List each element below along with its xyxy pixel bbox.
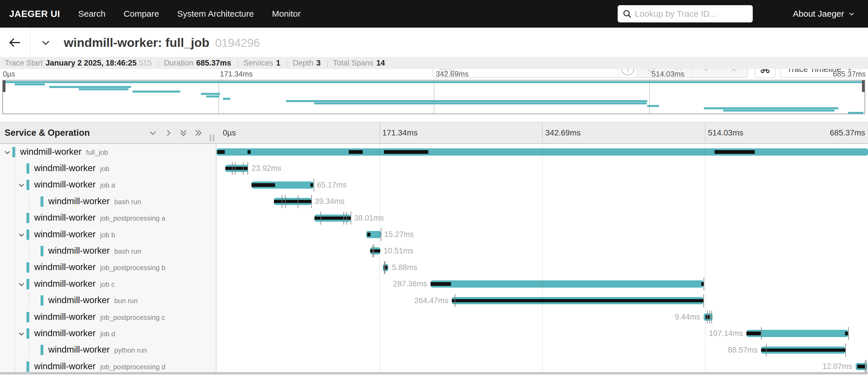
row-chevron-down-icon[interactable] [18,280,25,288]
span-name-cell[interactable]: windmill-workerbun run [0,292,216,309]
span-timeline-cell[interactable]: 12.07ms [216,358,868,373]
span-row[interactable]: windmill-workerjob_postprocessing c9.44m… [0,309,868,325]
span-bar[interactable] [225,165,248,172]
span-row[interactable]: windmill-workerjob_postprocessing d12.07… [0,358,868,373]
span-timeline-cell[interactable]: 15.27ms [216,226,868,243]
minimap-span-bar [15,83,45,85]
span-timeline-cell[interactable]: 9.44ms [216,309,868,325]
nav-item-compare[interactable]: Compare [124,9,159,19]
span-timeline-cell[interactable]: 39.34ms [216,193,868,210]
collapse-one-button[interactable] [148,128,157,138]
span-row[interactable]: windmill-workerjob23.92ms [0,160,868,177]
minimap-span-bar [49,86,131,88]
span-name-cell[interactable]: windmill-workerpython run [0,342,216,358]
span-timeline-cell[interactable]: 88.57ms [216,342,868,358]
span-bar[interactable] [452,297,703,304]
row-chevron-down-icon[interactable] [18,231,25,239]
span-name-cell[interactable]: windmill-workerjob_postprocessing b [0,259,216,276]
minimap-right-scrubber[interactable] [862,81,865,92]
nav-item-monitor[interactable]: Monitor [272,9,301,19]
span-self-time-segment [857,365,865,368]
span-bar[interactable] [216,148,868,155]
tree-guide-line [15,325,15,342]
span-name-cell[interactable]: windmill-workerjob d [0,325,216,342]
span-name-cell[interactable]: windmill-workerjob_postprocessing a [0,210,216,226]
span-timeline-cell[interactable]: 38.01ms [216,210,868,226]
span-bar[interactable] [366,231,381,238]
span-name-cell[interactable]: windmill-workerjob_postprocessing d [0,358,216,373]
jaeger-logo[interactable]: JAEGER UI [9,9,60,19]
span-row[interactable]: windmill-workerjob d107.14ms [0,325,868,342]
span-name-cell[interactable]: windmill-workerfull_job [0,144,216,160]
trace-title: windmill-worker: full_job 0194296 [64,28,260,58]
span-self-time-segment [452,299,703,302]
span-bar[interactable] [370,247,380,255]
span-bar[interactable] [761,347,845,354]
span-name-cell[interactable]: windmill-workerbash run [0,243,216,259]
log-marker-tick [385,261,385,274]
horizontal-scrollbar[interactable] [0,372,868,374]
ruler-tick: 685.37ms [830,122,865,143]
span-self-time-segment [701,282,703,286]
operation-name: bun run [114,297,138,305]
span-timeline-cell[interactable]: 287.36ms [216,276,868,292]
span-duration-label: 12.07ms [822,358,852,373]
span-name-cell[interactable]: windmill-workerjob b [0,226,216,243]
span-row[interactable]: windmill-workerbash run10.51ms [0,243,868,259]
span-row[interactable]: windmill-workerbun run264.47ms [0,292,868,309]
timeline-minimap[interactable] [2,80,865,114]
span-name-cell[interactable]: windmill-workerjob a [0,177,216,193]
nav-item-search[interactable]: Search [78,9,105,19]
minimap-tick: 0µs [3,69,15,79]
span-name-cell[interactable]: windmill-workerjob [0,160,216,177]
span-row[interactable]: windmill-workerbash run39.34ms [0,193,868,210]
operation-name: bash run [114,247,141,255]
trace-lookup-input[interactable] [634,9,753,19]
span-self-time-segment [247,150,251,154]
span-row[interactable]: windmill-workerjob a65.17ms [0,177,868,193]
span-self-time-segment [370,249,380,253]
span-timeline-cell[interactable]: 5.88ms [216,259,868,276]
log-marker-tick [845,344,846,356]
span-bar[interactable] [383,264,388,271]
span-timeline-cell[interactable]: 264.47ms [216,292,868,309]
search-icon [622,9,632,19]
row-chevron-down-icon[interactable] [18,330,25,338]
span-name-cell[interactable]: windmill-workerjob c [0,276,216,292]
about-jaeger-menu[interactable]: About Jaeger [793,9,855,19]
span-row[interactable]: windmill-workerjob_postprocessing b5.88m… [0,259,868,276]
tree-guide-line [15,226,15,243]
span-name-cell[interactable]: windmill-workerjob_postprocessing c [0,309,216,325]
span-timeline-cell[interactable]: 23.92ms [216,160,868,177]
collapse-all-button[interactable] [179,128,188,138]
trace-collapse-toggle[interactable] [40,28,51,58]
span-row[interactable]: windmill-workerpython run88.57ms [0,342,868,358]
log-marker-tick [865,360,865,373]
expand-one-button[interactable] [164,128,173,138]
minimap-left-scrubber[interactable] [3,81,5,92]
span-timeline-cell[interactable] [216,144,868,160]
span-timeline-cell[interactable]: 107.14ms [216,325,868,342]
back-button[interactable] [0,28,30,58]
span-row[interactable]: windmill-workerjob b15.27ms [0,226,868,243]
expand-all-button[interactable] [194,128,203,138]
span-bar[interactable] [314,214,351,222]
row-chevron-down-icon[interactable] [18,181,25,189]
span-bar[interactable] [746,330,848,337]
span-timeline-cell[interactable]: 10.51ms [216,243,868,259]
arrow-left-icon [8,36,22,49]
span-timeline-cell[interactable]: 65.17ms [216,177,868,193]
span-bar[interactable] [274,198,311,205]
column-resize-grip[interactable] [210,135,214,142]
log-marker-tick [704,278,704,290]
span-row[interactable]: windmill-workerfull_job [0,144,868,160]
minimap-tick: 685.37ms [833,69,866,79]
span-self-time-segment [761,349,845,352]
span-bar[interactable] [251,181,314,189]
span-name-cell[interactable]: windmill-workerbash run [0,193,216,210]
row-chevron-down-icon[interactable] [3,148,11,156]
nav-item-system-architecture[interactable]: System Architecture [177,9,254,19]
span-row[interactable]: windmill-workerjob c287.36ms [0,276,868,292]
span-row[interactable]: windmill-workerjob_postprocessing a38.01… [0,210,868,226]
span-bar[interactable] [431,280,704,288]
